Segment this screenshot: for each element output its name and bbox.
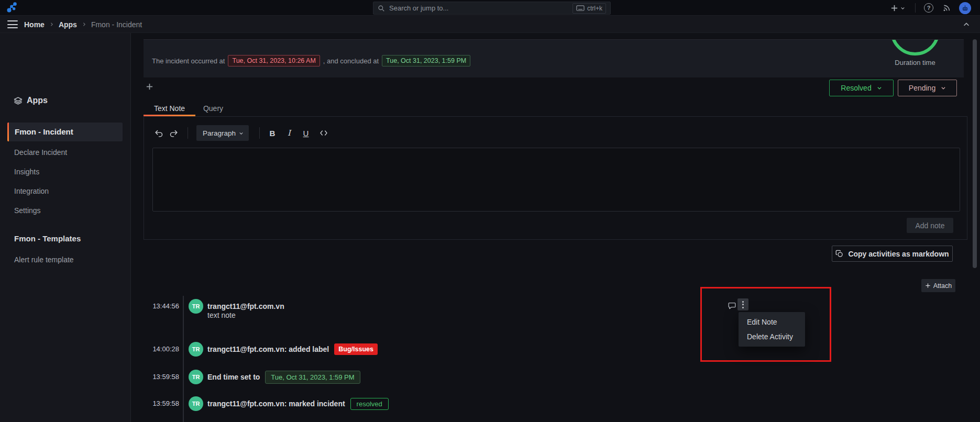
activity-timestamp: 13:59:58 [131, 370, 179, 384]
activity-context-menu: Edit Note Delete Activity [739, 312, 805, 347]
activity-user: trangct11@fpt.com.vn [207, 302, 284, 310]
chevron-down-icon [239, 131, 244, 136]
sidebar-item-alert-rule-template[interactable]: Alert rule template [14, 253, 74, 266]
scrollbar-thumb[interactable] [973, 39, 977, 268]
chevron-down-icon [941, 85, 946, 91]
activity-text: trangct11@fpt.com.vn: added label [207, 345, 329, 353]
sidebar: Apps Fmon - Incident Declare Incident In… [0, 33, 131, 422]
sidebar-header-apps: Apps [14, 96, 48, 105]
activity-text: End time set to [207, 373, 260, 381]
attach-button[interactable]: Attach [921, 279, 955, 292]
activity-note-text: text note [207, 311, 236, 319]
help-icon[interactable]: ? [924, 3, 933, 13]
tab-query[interactable]: Query [200, 102, 227, 116]
activity-timestamp: 13:44:56 [131, 299, 179, 314]
app-logo-icon[interactable] [6, 2, 18, 14]
kebab-menu-button[interactable] [737, 298, 748, 310]
undo-icon [155, 129, 163, 138]
pending-status-button[interactable]: Pending [898, 80, 957, 96]
sidebar-item-settings[interactable]: Settings [14, 204, 41, 217]
redo-icon [169, 129, 178, 138]
activity-timestamp: 13:59:58 [131, 396, 179, 411]
search-icon [378, 5, 385, 12]
incident-start-time-badge[interactable]: Tue, Oct 31, 2023, 10:26 AM [228, 55, 320, 66]
incident-summary-panel: The incident occurred at Tue, Oct 31, 20… [144, 39, 964, 77]
timeline-row-resolved: 13:59:58 TR trangct11@fpt.com.vn: marked… [131, 396, 812, 411]
sidebar-item-declare-incident[interactable]: Declare Incident [14, 146, 67, 159]
code-button[interactable] [316, 127, 331, 139]
plus-icon [925, 283, 931, 288]
code-icon [320, 129, 328, 137]
activity-timestamp: 14:00:28 [131, 342, 179, 357]
chevron-down-icon [900, 6, 905, 10]
timeline-row-endtime: 13:59:58 TR End time set to Tue, Oct 31,… [131, 370, 812, 384]
copy-activities-markdown-button[interactable]: Copy activities as markdown [832, 246, 953, 262]
sidebar-item-fmon-incident[interactable]: Fmon - Incident [7, 123, 123, 141]
breadcrumb-apps[interactable]: Apps [59, 20, 77, 29]
menu-item-delete-activity[interactable]: Delete Activity [739, 329, 805, 344]
resolved-badge: resolved [350, 398, 389, 410]
bold-button[interactable]: B [266, 127, 279, 139]
keyboard-icon [576, 5, 585, 11]
avatar[interactable]: TR [189, 299, 203, 314]
copy-icon [835, 250, 843, 258]
add-note-button[interactable]: Add note [907, 218, 953, 233]
undo-button[interactable] [152, 127, 165, 139]
chevron-right-icon [49, 22, 54, 27]
label-badge: Bug/Issues [334, 343, 378, 355]
search-input[interactable]: Search or jump to... ctrl+k [373, 2, 611, 15]
sidebar-item-insights[interactable]: Insights [14, 165, 39, 179]
duration-gauge-arc [890, 39, 940, 55]
text-note-editor: Paragraph B I U Add note [144, 116, 967, 240]
user-avatar[interactable] [959, 2, 971, 14]
add-tab-plus-icon[interactable] [146, 83, 153, 91]
toolbar-divider [259, 127, 260, 139]
keyboard-shortcut-badge: ctrl+k [572, 3, 606, 14]
avatar[interactable]: TR [189, 342, 203, 357]
note-textarea[interactable] [152, 148, 960, 212]
menu-item-edit-note[interactable]: Edit Note [739, 315, 805, 329]
breadcrumb-bar: Home Apps Fmon - Incident [0, 16, 980, 33]
breadcrumb-home[interactable]: Home [24, 20, 45, 29]
comment-icon[interactable] [728, 302, 736, 310]
duration-time-label: Duration time [876, 59, 954, 66]
layers-icon [14, 96, 23, 105]
avatar-figure-icon [962, 5, 968, 12]
breadcrumb: Home Apps Fmon - Incident [24, 16, 142, 33]
resolved-status-button[interactable]: Resolved [829, 80, 894, 96]
italic-button[interactable]: I [283, 127, 295, 139]
sidebar-item-integration[interactable]: Integration [14, 184, 49, 198]
tab-text-note[interactable]: Text Note [144, 102, 195, 116]
chevron-right-icon [82, 22, 86, 27]
incident-end-time-badge[interactable]: Tue, Oct 31, 2023, 1:59 PM [382, 55, 470, 66]
editor-toolbar: Paragraph B I U [152, 125, 331, 141]
search-placeholder: Search or jump to... [389, 4, 572, 12]
active-accent-bar [7, 123, 9, 141]
top-nav-bar: Search or jump to... ctrl+k ? [0, 0, 980, 16]
paragraph-style-dropdown[interactable]: Paragraph [196, 125, 249, 141]
redo-button[interactable] [167, 127, 180, 139]
underline-button[interactable]: U [300, 127, 312, 139]
avatar[interactable]: TR [189, 370, 203, 384]
activity-text: trangct11@fpt.com.vn: marked incident [207, 399, 345, 408]
topbar-divider [915, 3, 916, 13]
news-rss-icon[interactable] [942, 4, 951, 12]
plus-icon [890, 4, 898, 12]
breadcrumb-current: Fmon - Incident [91, 20, 142, 29]
avatar[interactable]: TR [189, 396, 203, 411]
chevron-up-icon[interactable] [963, 21, 970, 28]
menu-toggle-button[interactable] [7, 20, 18, 28]
chevron-down-icon [877, 85, 882, 91]
incident-summary-text: The incident occurred at Tue, Oct 31, 20… [152, 55, 474, 66]
new-menu-button[interactable] [890, 3, 905, 13]
toolbar-divider [188, 127, 188, 139]
sidebar-section-fmon-templates: Fmon - Templates [14, 232, 81, 246]
end-time-badge[interactable]: Tue, Oct 31, 2023, 1:59 PM [265, 371, 360, 384]
